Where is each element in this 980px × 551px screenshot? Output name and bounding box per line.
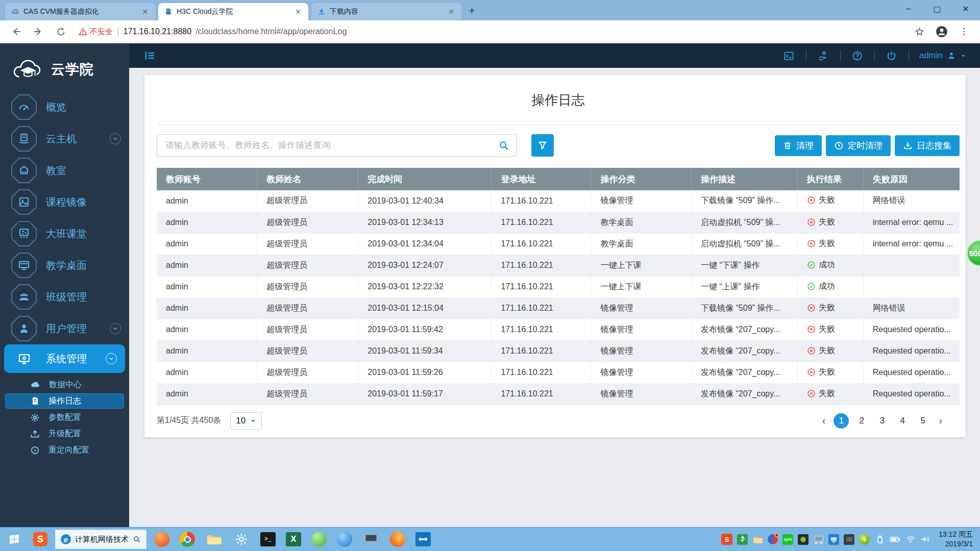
submenu-item-upgrade-config[interactable]: 升级配置: [5, 426, 124, 441]
taskbar-clock[interactable]: 13:12 周五 2019/3/1: [939, 530, 973, 549]
tray-keyboard-icon[interactable]: [844, 534, 854, 545]
security-warning[interactable]: 不安全: [79, 27, 113, 37]
page-size-select[interactable]: 10: [230, 412, 262, 430]
reload-button[interactable]: [52, 23, 69, 40]
sogou-input-icon[interactable]: S: [33, 532, 47, 546]
help-button[interactable]: [851, 49, 864, 62]
sidebar-item-user-management[interactable]: 用户管理: [0, 313, 129, 344]
sidebar-toggle-button[interactable]: [143, 49, 157, 62]
window-close-button[interactable]: ✕: [951, 0, 980, 17]
new-tab-button[interactable]: +: [469, 4, 475, 17]
tray-display-icon[interactable]: [813, 534, 824, 545]
tray-nvidia-icon[interactable]: [798, 534, 808, 545]
taskbar-window-button[interactable]: e 计算机网络技术: [55, 530, 146, 549]
tray-pc-icon[interactable]: [828, 534, 839, 545]
page-button-3[interactable]: 3: [874, 413, 890, 429]
page-button-1[interactable]: 1: [834, 413, 849, 429]
tab-close-icon[interactable]: ✕: [293, 7, 303, 16]
browser-menu-button[interactable]: [955, 23, 973, 40]
firefox-icon[interactable]: [390, 532, 405, 547]
finish-time-cell: 2019-03-01 12:34:04: [358, 233, 492, 255]
tab-downloads[interactable]: 下载内容 ✕: [311, 3, 461, 20]
submenu-item-operation-log[interactable]: 操作日志: [5, 393, 124, 409]
chrome-icon[interactable]: [180, 532, 195, 547]
browser-green-icon[interactable]: [311, 532, 327, 547]
profile-button[interactable]: [933, 23, 950, 40]
sidebar-item-classroom[interactable]: 教室: [0, 155, 129, 186]
tray-usb-icon[interactable]: [737, 534, 748, 545]
success-icon: [807, 261, 816, 269]
start-button[interactable]: [3, 528, 26, 551]
browser-360-icon[interactable]: [154, 532, 169, 547]
remote-desktop-icon[interactable]: [362, 531, 380, 548]
bookmark-button[interactable]: [911, 23, 928, 40]
clean-button[interactable]: 清理: [775, 135, 822, 156]
teacher-name-cell: 超级管理员: [257, 383, 358, 405]
logout-button[interactable]: [885, 49, 898, 62]
app-blue-bird-icon[interactable]: [337, 532, 352, 547]
tab-cas-cvm[interactable]: CAS CVM服务器虚拟化 ✕: [5, 3, 155, 20]
expand-chevron-icon[interactable]: [110, 323, 121, 334]
file-explorer-icon[interactable]: [205, 531, 223, 548]
next-page-button[interactable]: ›: [936, 415, 945, 427]
user-menu[interactable]: admin: [919, 51, 967, 61]
settings-icon[interactable]: [233, 531, 250, 548]
sidebar-item-course-image[interactable]: 课程镜像: [0, 186, 129, 218]
sidebar-item-overview[interactable]: 概览: [0, 91, 129, 123]
tray-sogou-icon[interactable]: S: [721, 534, 732, 545]
sidebar-item-large-class[interactable]: 大班课堂: [0, 218, 129, 249]
fail-icon: [807, 325, 816, 334]
user-icon: [17, 322, 31, 335]
search-icon[interactable]: [498, 140, 509, 151]
tab-h3c-cloud[interactable]: H3C Cloud云学院 ✕: [158, 3, 308, 20]
tray-alert-icon[interactable]: [768, 534, 778, 544]
tab-close-icon[interactable]: ✕: [140, 7, 150, 16]
tray-iqiyi-icon[interactable]: iQIYI: [782, 534, 793, 545]
sidebar-item-system-management[interactable]: 系统管理: [4, 344, 125, 373]
window-maximize-button[interactable]: ▢: [923, 0, 951, 17]
fail-icon: [807, 304, 816, 312]
submenu-item-data-center[interactable]: 数据中心: [5, 377, 124, 392]
hand-gear-icon: [817, 49, 829, 62]
tray-usb-eject-icon[interactable]: [874, 534, 885, 545]
sidebar-item-class-management[interactable]: 班级管理: [0, 281, 129, 313]
back-button[interactable]: [7, 23, 24, 40]
expand-chevron-icon[interactable]: [110, 133, 121, 144]
page-button-5[interactable]: 5: [915, 413, 930, 429]
forward-button[interactable]: [30, 23, 47, 40]
floating-badge[interactable]: 500: [967, 240, 980, 266]
teamviewer-icon[interactable]: [415, 532, 431, 546]
tab-close-icon[interactable]: ✕: [446, 7, 456, 16]
service-button[interactable]: [817, 49, 830, 62]
submenu-item-parameter-config[interactable]: 参数配置: [5, 410, 124, 425]
back-arrow-icon: [10, 26, 21, 37]
prev-page-button[interactable]: ‹: [819, 415, 829, 427]
tray-volume-icon[interactable]: [920, 534, 931, 545]
tray-folder-icon[interactable]: [752, 534, 763, 545]
teacher-name-cell: 超级管理员: [257, 276, 358, 297]
address-bar[interactable]: 不安全 | 171.16.10.21:8880/cloudclass/home.…: [75, 23, 905, 40]
collapse-chevron-icon[interactable]: [106, 353, 117, 364]
submenu-item-redirect-config[interactable]: 重定向配置: [5, 442, 124, 458]
cmd-terminal-icon[interactable]: >_: [260, 532, 276, 546]
login-address-cell: 171.16.10.221: [492, 255, 591, 276]
scheduled-clean-button[interactable]: 定时清理: [826, 135, 891, 156]
login-address-cell: 171.16.10.221: [492, 190, 591, 212]
sidebar-item-cloud-host[interactable]: 云主机: [0, 123, 129, 155]
page-button-2[interactable]: 2: [854, 413, 869, 429]
tray-health-icon[interactable]: +: [859, 534, 870, 545]
search-input[interactable]: [164, 140, 498, 151]
fail-reason-header: 失败原因: [863, 168, 960, 190]
topbar-actions: admin: [782, 49, 967, 62]
excel-icon[interactable]: X: [286, 532, 301, 546]
window-minimize-button[interactable]: –: [894, 0, 923, 17]
filter-button[interactable]: [531, 134, 554, 157]
star-icon: [914, 27, 925, 37]
sidebar-item-teaching-desktop[interactable]: 教学桌面: [0, 249, 129, 281]
tray-wifi-icon[interactable]: [905, 534, 916, 545]
page-button-4[interactable]: 4: [895, 413, 910, 429]
console-button[interactable]: [782, 49, 796, 62]
table-row: admin超级管理员2019-03-01 11:59:26171.16.10.2…: [157, 362, 960, 383]
log-collect-button[interactable]: 日志搜集: [895, 135, 960, 156]
tray-battery-icon[interactable]: [890, 534, 900, 545]
